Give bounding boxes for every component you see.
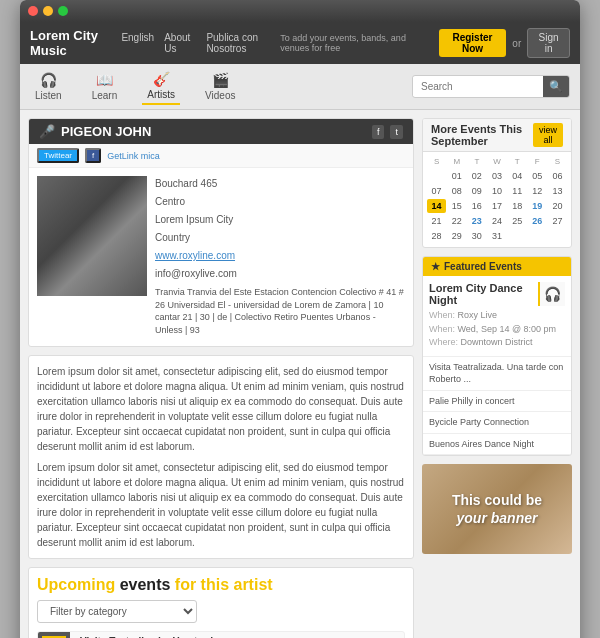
event-list: SEP 14 Visita Teatralizada: Una tarde co… xyxy=(37,631,405,638)
close-button[interactable] xyxy=(28,6,38,16)
microphone-icon: 🎤 xyxy=(39,124,55,139)
content-area: 🎤 PIGEON JOHN f t Twittear f GetLink mic… xyxy=(20,110,580,638)
featured-location: Where: Downtown District xyxy=(429,336,565,350)
nav-artists-label: Artists xyxy=(147,89,175,100)
calendar-day[interactable]: 10 xyxy=(487,184,506,198)
twitter-social-button[interactable]: t xyxy=(390,125,403,139)
calendar-day[interactable]: 16 xyxy=(467,199,486,213)
event-listen-icon[interactable]: 🎧 xyxy=(236,632,263,638)
signin-button[interactable]: Sign in xyxy=(527,28,570,58)
calendar-day-label: S xyxy=(427,156,446,167)
or-text: or xyxy=(512,38,521,49)
banner-widget[interactable]: This could be your banner xyxy=(422,464,572,554)
calendar-day[interactable]: 02 xyxy=(467,169,486,183)
category-filter[interactable]: Filter by category xyxy=(37,600,197,623)
calendar-day[interactable]: 15 xyxy=(447,199,466,213)
event-date-box: SEP 14 xyxy=(38,632,70,638)
search-button[interactable]: 🔍 xyxy=(543,76,569,97)
filter-row: Filter by category xyxy=(37,600,405,623)
nav-listen-label: Listen xyxy=(35,90,62,101)
calendar-day[interactable]: 28 xyxy=(427,229,446,243)
calendar-day[interactable]: 23 xyxy=(467,214,486,228)
calendar-day[interactable]: 11 xyxy=(508,184,527,198)
maximize-button[interactable] xyxy=(58,6,68,16)
calendar-day[interactable]: 24 xyxy=(487,214,506,228)
calendar-day[interactable]: 20 xyxy=(548,199,567,213)
view-all-button[interactable]: view all xyxy=(533,123,563,147)
calendar-day[interactable]: 12 xyxy=(528,184,547,198)
nav-videos-label: Videos xyxy=(205,90,235,101)
twitter-share-button[interactable]: Twittear xyxy=(37,148,79,163)
minimize-button[interactable] xyxy=(43,6,53,16)
calendar-day-label: T xyxy=(508,156,527,167)
calendar-day[interactable]: 25 xyxy=(508,214,527,228)
nav-publica[interactable]: Publica con Nosotros xyxy=(206,32,280,54)
featured-header: ★ Featured Events xyxy=(423,257,571,276)
app-window: Lorem City Music English About Us Public… xyxy=(20,0,580,638)
getlink-button[interactable]: GetLink mica xyxy=(107,151,160,161)
featured-listen-button[interactable]: 🎧 xyxy=(538,282,565,306)
calendar-day[interactable]: 01 xyxy=(447,169,466,183)
featured-list-item[interactable]: Bycicle Party Connection xyxy=(423,412,571,434)
topbar: Lorem City Music English About Us Public… xyxy=(20,22,580,64)
calendar-day[interactable]: 31 xyxy=(487,229,506,243)
featured-list-item[interactable]: Visita Teatralizada. Una tarde con Rober… xyxy=(423,357,571,391)
nav-learn[interactable]: 📖 Learn xyxy=(87,69,123,104)
calendar-day-label: W xyxy=(487,156,506,167)
artist-city: Centro xyxy=(155,194,405,210)
calendar-day[interactable]: 17 xyxy=(487,199,506,213)
calendar-day[interactable]: 19 xyxy=(528,199,547,213)
calendar-day[interactable]: 14 xyxy=(427,199,446,213)
nav-videos[interactable]: 🎬 Videos xyxy=(200,69,240,104)
register-button[interactable]: Register Now xyxy=(439,29,507,57)
calendar-title: More Events This September xyxy=(431,123,533,147)
artist-website[interactable]: www.roxyline.com xyxy=(155,248,405,264)
facebook-social-button[interactable]: f xyxy=(372,125,385,139)
calendar-day[interactable]: 08 xyxy=(447,184,466,198)
calendar-day[interactable]: 18 xyxy=(508,199,527,213)
calendar-header: More Events This September view all xyxy=(423,119,571,152)
nav-listen[interactable]: 🎧 Listen xyxy=(30,69,67,104)
featured-list-item[interactable]: Palie Philly in concert xyxy=(423,391,571,413)
calendar-day[interactable]: 09 xyxy=(467,184,486,198)
bio-para2: Lorem ipsum dolor sit amet, consectetur … xyxy=(37,460,405,550)
video-icon: 🎬 xyxy=(212,72,229,88)
calendar-day-label: T xyxy=(467,156,486,167)
calendar-day[interactable]: 06 xyxy=(548,169,567,183)
artist-email: info@roxylive.com xyxy=(155,266,405,282)
nav-learn-label: Learn xyxy=(92,90,118,101)
nav-english[interactable]: English xyxy=(121,32,154,54)
calendar-day[interactable]: 07 xyxy=(427,184,446,198)
featured-list-item[interactable]: Buenos Aires Dance Night xyxy=(423,434,571,456)
artist-name-row: 🎤 PIGEON JOHN xyxy=(39,124,151,139)
calendar-days: 0102030405060708091011121314151617181920… xyxy=(427,169,567,243)
calendar-day[interactable]: 05 xyxy=(528,169,547,183)
calendar-day[interactable]: 26 xyxy=(528,214,547,228)
upcoming-events-section: Upcoming events for this artist Filter b… xyxy=(28,567,414,638)
bio-para1: Lorem ipsum dolor sit amet, consectetur … xyxy=(37,364,405,454)
calendar-days-header: SMTWTFS xyxy=(427,156,567,167)
calendar-day[interactable]: 13 xyxy=(548,184,567,198)
navbar: 🎧 Listen 📖 Learn 🎸 Artists 🎬 Videos 🔍 xyxy=(20,64,580,110)
search-bar: 🔍 xyxy=(412,75,570,98)
titlebar xyxy=(20,0,580,22)
artist-header: 🎤 PIGEON JOHN f t Twittear f GetLink mic… xyxy=(28,118,414,347)
calendar-day[interactable]: 30 xyxy=(467,229,486,243)
nav-about[interactable]: About Us xyxy=(164,32,196,54)
calendar-day[interactable]: 29 xyxy=(447,229,466,243)
calendar-day[interactable]: 21 xyxy=(427,214,446,228)
calendar-day[interactable]: 27 xyxy=(548,214,567,228)
artist-address: Bouchard 465 xyxy=(155,176,405,192)
book-icon: 📖 xyxy=(96,72,113,88)
artist-body: Bouchard 465 Centro Lorem Ipsum City Cou… xyxy=(29,168,413,346)
promo-text: To add your events, bands, and venues fo… xyxy=(280,33,432,53)
calendar-grid: SMTWTFS 01020304050607080910111213141516… xyxy=(423,152,571,247)
nav-artists[interactable]: 🎸 Artists xyxy=(142,68,180,105)
calendar-day[interactable]: 22 xyxy=(447,214,466,228)
search-input[interactable] xyxy=(413,77,543,96)
artist-info: Bouchard 465 Centro Lorem Ipsum City Cou… xyxy=(155,176,405,338)
calendar-day[interactable]: 03 xyxy=(487,169,506,183)
calendar-day[interactable]: 04 xyxy=(508,169,527,183)
event-item[interactable]: SEP 14 Visita Teatralizada: Una tarde co… xyxy=(37,631,405,638)
facebook-share-button[interactable]: f xyxy=(85,148,101,163)
